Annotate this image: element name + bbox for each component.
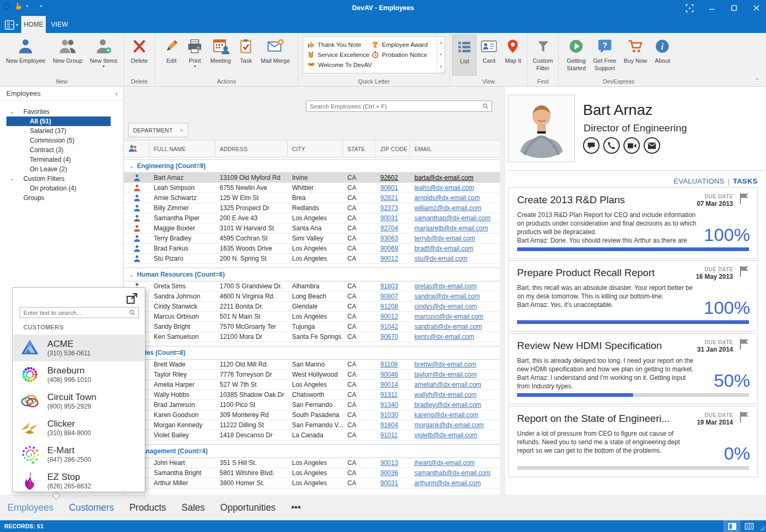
gallery-expand-icon[interactable]: ▼̱ xyxy=(437,61,445,73)
email-link[interactable]: jheart@dx-email.com xyxy=(414,459,475,467)
collapse-ribbon-icon[interactable]: ⌃ xyxy=(755,77,760,84)
flag-icon[interactable] xyxy=(739,411,750,423)
call-button[interactable] xyxy=(603,137,620,154)
sidebar-item-custom-filters[interactable]: ⌄Custom Filters xyxy=(0,174,123,184)
sidebar-item-terminated-4-[interactable]: Terminated (4) xyxy=(0,155,123,164)
email-link[interactable]: morgank@dx-email.com xyxy=(414,421,484,429)
table-row[interactable]: Amelia Harper527 W 7th StLos AngelesCA90… xyxy=(124,380,500,390)
email-link[interactable]: stu@dx-email.com xyxy=(414,255,468,262)
people-column-icon[interactable] xyxy=(124,140,149,157)
zip-link[interactable]: 90601 xyxy=(380,184,398,192)
new-employee-button[interactable]: New Employee xyxy=(2,35,49,76)
flag-icon[interactable] xyxy=(739,265,750,277)
email-link[interactable]: marcuso@dx-email.com xyxy=(414,313,484,320)
video-call-button[interactable] xyxy=(623,137,640,154)
column-header-zip-code[interactable]: ZIP CODE xyxy=(376,140,410,157)
email-link[interactable]: bradleyj@dx-email.com xyxy=(414,401,481,409)
map-it-button[interactable]: Map It xyxy=(501,35,525,76)
email-link[interactable]: kents@dx-email.com xyxy=(414,333,474,340)
chevron-down-icon[interactable]: ⌄ xyxy=(10,174,14,184)
table-row[interactable]: Bart Arnaz13109 Old Myford RdIrvineCA926… xyxy=(124,173,500,183)
table-row[interactable]: Brad Jameson1100 Pico StSan FernandoCA91… xyxy=(124,400,500,410)
table-row[interactable]: Brett Wade1120 Old Mill Rd.San MarinoCA9… xyxy=(124,360,500,370)
email-link[interactable]: leahs@dx-email.com xyxy=(414,184,474,192)
table-row[interactable]: Wally Hobbs10385 Shadow Oak DrChatsworth… xyxy=(124,390,500,400)
email-link[interactable]: cindys@dx-email.com xyxy=(414,303,477,310)
task-card[interactable]: Create 2013 R&D PlansDUE DATE07 Mar 2013… xyxy=(508,187,758,259)
column-header-address[interactable]: ADDRESS xyxy=(215,140,288,157)
email-link[interactable]: violetb@dx-email.com xyxy=(414,431,477,439)
email-link[interactable]: samanthap@dx-email.com xyxy=(414,214,490,222)
zip-link[interactable]: 92704 xyxy=(380,225,398,232)
panel-layout-icon[interactable] xyxy=(723,520,740,532)
table-row[interactable]: Samantha Bright5801 Wilshire Blvd.Los An… xyxy=(124,468,500,478)
reading-view-icon[interactable] xyxy=(740,520,757,532)
table-row[interactable]: Violet Bailey1418 Descanso DrLa CanadaCA… xyxy=(124,430,500,440)
zip-link[interactable]: 92821 xyxy=(380,194,398,202)
tab-home[interactable]: HOME xyxy=(21,16,46,33)
zip-link[interactable]: 91311 xyxy=(380,391,397,398)
new-group-button[interactable]: New Group xyxy=(49,35,86,76)
table-row[interactable]: Ken Samuelson12100 Mora DrSanta Fe Sprin… xyxy=(124,332,500,342)
print-button[interactable]: Print ▾ xyxy=(183,35,206,76)
scroll-down-icon[interactable]: ▼ xyxy=(437,49,445,61)
app-menu-button[interactable]: ▾ xyxy=(5,19,21,30)
table-row[interactable]: Arnie Schwartz125 W Elm StBreaCA92821arn… xyxy=(124,193,500,203)
zip-link[interactable]: 90013 xyxy=(380,459,398,467)
zip-link[interactable]: 91208 xyxy=(380,303,398,310)
quick-letter-item[interactable]: Employee Award xyxy=(372,39,436,49)
tab-evaluations[interactable]: EVALUATIONS xyxy=(673,177,725,185)
table-row[interactable]: Morgan Kennedy11222 Dilling StSan Fernan… xyxy=(124,420,500,430)
quick-letter-item[interactable]: Welcome To DevAV xyxy=(307,60,372,70)
table-row[interactable]: Stu Pizaro200 N. Spring StLos AngelesCA9… xyxy=(124,254,500,264)
group-row[interactable]: ⌄Engineering (Count=9) xyxy=(124,159,500,173)
zip-link[interactable]: 90036 xyxy=(380,469,398,477)
table-row[interactable]: Taylor Riley7776 Torreyson DrWest Hollyw… xyxy=(124,370,500,380)
search-icon[interactable] xyxy=(126,310,138,315)
card-view-button[interactable]: Card xyxy=(477,35,501,76)
zip-link[interactable]: 91030 xyxy=(380,411,398,419)
zip-link[interactable]: 91803 xyxy=(380,282,398,290)
customer-search-input[interactable] xyxy=(20,310,126,316)
customer-item-ez-stop[interactable]: EZ Stop(626) 265-8632 xyxy=(13,468,144,492)
about-button[interactable]: i About xyxy=(651,35,674,76)
zip-link[interactable]: 90069 xyxy=(380,245,398,252)
collapse-panel-icon[interactable]: ‹ xyxy=(115,87,118,101)
getting-started-button[interactable]: Getting Started xyxy=(563,35,589,76)
search-input[interactable] xyxy=(306,103,479,110)
quick-letter-item[interactable]: Service Excellence xyxy=(307,49,372,60)
zip-link[interactable]: 90031 xyxy=(380,214,398,222)
group-row[interactable]: ⌄Human Resources (Count=6) xyxy=(124,268,500,281)
email-link[interactable]: arnolds@dx-email.com xyxy=(414,194,480,202)
email-button[interactable] xyxy=(644,137,660,154)
chat-button[interactable] xyxy=(583,137,600,154)
email-link[interactable]: wallyh@dx-email.com xyxy=(414,391,477,398)
chevron-down-icon[interactable]: ⌄ xyxy=(10,107,14,117)
new-items-button[interactable]: New Items ▾ xyxy=(86,35,121,76)
resize-grip[interactable] xyxy=(757,520,766,532)
zip-link[interactable]: 93063 xyxy=(380,235,398,242)
table-row[interactable]: Greta Sims1700 S Grandview Dr.AlhambraCA… xyxy=(124,281,500,292)
email-link[interactable]: margaretb@dx-email.com xyxy=(414,225,488,232)
task-card[interactable]: Report on the State of Engineeri...DUE D… xyxy=(508,406,758,477)
sidebar-item-groups[interactable]: Groups xyxy=(0,193,123,203)
sidebar-item-favorites[interactable]: ⌄Favorites xyxy=(0,107,123,117)
customer-item-circuit-town[interactable]: Circuit Town(800) 955-2929 xyxy=(13,388,144,414)
module-tab--[interactable]: ••• xyxy=(291,502,301,513)
search-icon[interactable] xyxy=(479,103,492,109)
tab-tasks[interactable]: TASKS xyxy=(733,177,757,185)
sidebar-item-all-51-[interactable]: All (51) xyxy=(6,117,111,126)
zip-link[interactable]: 90031 xyxy=(380,479,398,487)
task-card[interactable]: Prepare Product Recall ReportDUE DATE16 … xyxy=(508,260,758,331)
employee-search[interactable] xyxy=(306,101,492,112)
email-link[interactable]: sandraj@dx-email.com xyxy=(414,293,480,300)
table-row[interactable]: Arthur Miller3800 Homer St.Los AngelesCA… xyxy=(124,478,500,488)
email-link[interactable]: ameliah@dx-email.com xyxy=(414,381,481,388)
email-link[interactable]: taylorr@dx-email.com xyxy=(414,371,477,378)
table-row[interactable]: John Heart351 S Hill St.Los AngelesCA900… xyxy=(124,458,500,468)
module-tab-sales[interactable]: Sales xyxy=(181,502,205,513)
group-row[interactable]: ⌄Sales (Count=8) xyxy=(124,346,500,360)
zip-link[interactable]: 90014 xyxy=(380,381,398,388)
email-link[interactable]: sandrab@dx-email.com xyxy=(414,323,482,330)
task-button[interactable]: Task xyxy=(235,35,257,76)
